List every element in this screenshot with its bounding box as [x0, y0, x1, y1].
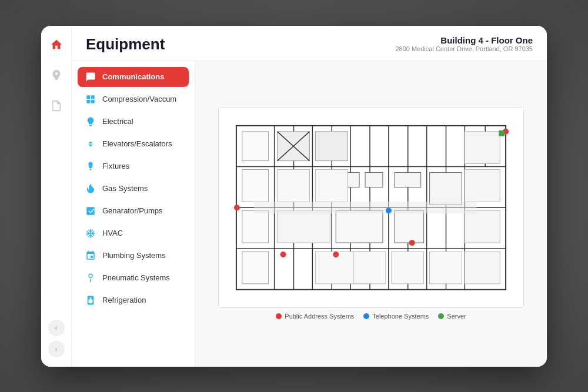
dot-server-1: [499, 130, 505, 136]
svg-rect-44: [242, 210, 269, 243]
legend: Public Address Systems Telephone Systems…: [276, 313, 466, 320]
building-info: Building 4 - Floor One 2800 Medical Cent…: [395, 35, 533, 52]
generator-icon: [85, 206, 96, 216]
category-item-pneumatic[interactable]: Pneumatic Systems: [78, 268, 189, 288]
legend-label-telephone: Telephone Systems: [372, 313, 429, 320]
svg-rect-59: [392, 252, 424, 284]
category-item-communications[interactable]: Communications: [78, 67, 189, 87]
pneumatic-icon: [85, 273, 96, 283]
svg-rect-37: [365, 173, 383, 187]
page-title: Equipment: [86, 35, 165, 53]
content-area: Communications Compression/Vaccum Electr…: [72, 61, 547, 367]
svg-rect-1: [91, 95, 95, 99]
floor-plan-svg: [219, 108, 523, 307]
dot-telephone-1: [386, 208, 392, 214]
svg-rect-47: [315, 132, 348, 161]
svg-rect-41: [395, 210, 424, 243]
legend-label-server: Server: [447, 313, 466, 320]
dot-public-5: [280, 252, 286, 257]
category-label-generator: Genarator/Pumps: [102, 206, 163, 215]
svg-rect-38: [395, 173, 421, 187]
comm-icon: [85, 72, 96, 82]
category-label-fixtures: Fixtures: [102, 162, 129, 170]
svg-rect-51: [315, 170, 348, 202]
category-item-plumbing[interactable]: Plumbing Systems: [78, 246, 189, 266]
category-item-refrigeration[interactable]: Refrigeration: [78, 290, 189, 310]
legend-dot-public: [276, 313, 282, 319]
svg-rect-3: [91, 99, 95, 103]
category-list: Communications Compression/Vaccum Electr…: [72, 61, 195, 367]
hvac-icon: [85, 228, 96, 239]
dot-public-4: [409, 240, 415, 246]
category-item-electrical[interactable]: Electrical: [78, 112, 189, 132]
svg-rect-60: [430, 252, 462, 284]
nav-next-button[interactable]: ›: [48, 341, 65, 357]
svg-rect-45: [242, 252, 269, 284]
svg-rect-0: [86, 95, 90, 99]
svg-rect-61: [254, 202, 477, 214]
svg-rect-57: [465, 252, 500, 284]
legend-item-server: Server: [438, 313, 466, 320]
nav-location-icon[interactable]: [47, 66, 66, 85]
nav-home-icon[interactable]: [47, 35, 66, 54]
elevator-icon: [85, 139, 96, 149]
nav-sidebar: ‹ ›: [41, 26, 72, 367]
category-label-refrigeration: Refrigeration: [102, 296, 146, 304]
svg-rect-42: [242, 132, 269, 161]
main-content: Equipment Building 4 - Floor One 2800 Me…: [72, 26, 547, 367]
legend-dot-telephone: [363, 313, 369, 319]
category-item-compression[interactable]: Compression/Vaccum: [78, 89, 189, 109]
compress-icon: [85, 94, 96, 105]
legend-dot-server: [438, 313, 444, 319]
electrical-icon: [85, 116, 96, 127]
svg-rect-50: [278, 170, 310, 202]
category-item-gas[interactable]: Gas Systems: [78, 179, 189, 199]
svg-rect-43: [242, 170, 269, 202]
svg-rect-56: [465, 210, 500, 243]
category-item-elevators[interactable]: Elevators/Escalators: [78, 134, 189, 154]
map-area: Public Address Systems Telephone Systems…: [195, 61, 547, 367]
category-item-hvac[interactable]: HVAC: [78, 223, 189, 243]
header: Equipment Building 4 - Floor One 2800 Me…: [72, 26, 547, 61]
plumbing-icon: [85, 250, 96, 261]
nav-bottom: ‹ ›: [48, 320, 65, 357]
category-label-communications: Communications: [102, 72, 164, 81]
category-item-fixtures[interactable]: Fixtures: [78, 156, 189, 176]
category-label-pneumatic: Pneumatic Systems: [102, 273, 170, 282]
gas-icon: [85, 183, 96, 194]
legend-item-telephone: Telephone Systems: [363, 313, 429, 320]
nav-prev-button[interactable]: ‹: [48, 320, 65, 336]
dot-public-1: [234, 205, 240, 211]
dot-public-3: [333, 252, 339, 257]
svg-rect-39: [430, 173, 462, 205]
legend-item-public-address: Public Address Systems: [276, 313, 354, 320]
floor-plan: [218, 108, 524, 308]
app-container: ‹ › Equipment Building 4 - Floor One 280…: [41, 26, 547, 367]
category-label-gas: Gas Systems: [102, 184, 148, 193]
refrigeration-icon: [85, 295, 96, 306]
building-name: Building 4 - Floor One: [395, 35, 533, 45]
svg-rect-54: [465, 132, 500, 164]
building-address: 2800 Medical Center Drive, Portland, OR …: [395, 45, 533, 52]
svg-rect-2: [86, 99, 90, 103]
category-item-generator[interactable]: Genarator/Pumps: [78, 201, 189, 221]
svg-rect-52: [278, 210, 330, 243]
category-label-plumbing: Plumbing Systems: [102, 251, 166, 260]
category-label-electrical: Electrical: [102, 117, 133, 126]
fixture-icon: [85, 161, 96, 172]
category-label-compression: Compression/Vaccum: [102, 95, 176, 103]
category-label-hvac: HVAC: [102, 229, 123, 237]
svg-rect-58: [353, 252, 386, 284]
category-label-elevators: Elevators/Escalators: [102, 139, 172, 148]
legend-label-public: Public Address Systems: [285, 313, 354, 320]
svg-rect-40: [336, 210, 383, 243]
nav-document-icon[interactable]: [47, 96, 66, 115]
svg-rect-55: [465, 170, 500, 202]
